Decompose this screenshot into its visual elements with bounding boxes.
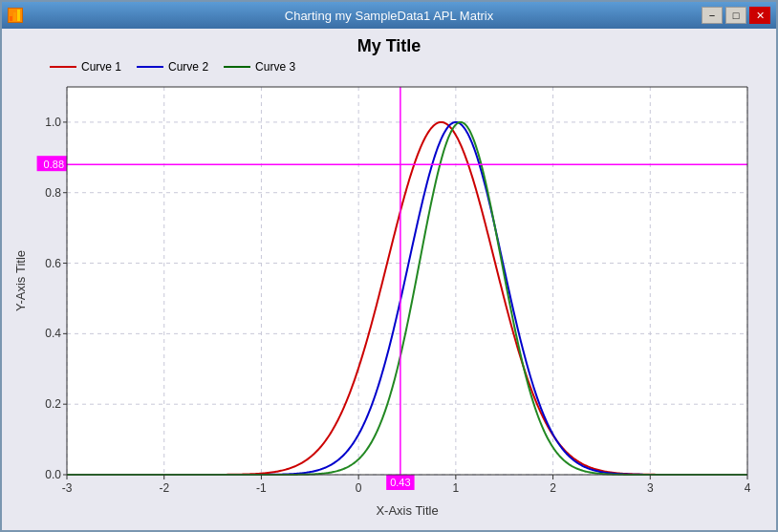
app-icon bbox=[8, 8, 23, 23]
main-window: Charting my SampleData1 APL Matrix − □ ✕… bbox=[0, 0, 778, 532]
title-bar: Charting my SampleData1 APL Matrix − □ ✕ bbox=[2, 2, 776, 29]
title-bar-left bbox=[8, 8, 23, 23]
chart-area: My Title Curve 1 Curve 2 Curve 3 bbox=[2, 29, 776, 530]
legend-item-1: Curve 1 bbox=[50, 60, 121, 74]
legend-label-3: Curve 3 bbox=[255, 60, 295, 74]
legend-item-2: Curve 2 bbox=[137, 60, 208, 74]
window-title: Charting my SampleData1 APL Matrix bbox=[285, 9, 493, 23]
legend-line-1 bbox=[50, 66, 76, 68]
legend-line-2 bbox=[137, 66, 163, 68]
chart-legend: Curve 1 Curve 2 Curve 3 bbox=[50, 60, 767, 74]
chart-canvas-container bbox=[11, 77, 767, 522]
legend-line-3 bbox=[224, 66, 250, 68]
svg-rect-1 bbox=[13, 12, 16, 21]
legend-label-2: Curve 2 bbox=[168, 60, 208, 74]
chart-canvas bbox=[11, 77, 767, 522]
close-button[interactable]: ✕ bbox=[749, 7, 770, 24]
title-bar-buttons: − □ ✕ bbox=[702, 7, 770, 24]
legend-item-3: Curve 3 bbox=[224, 60, 295, 74]
legend-label-1: Curve 1 bbox=[81, 60, 121, 74]
chart-title: My Title bbox=[11, 36, 767, 56]
svg-rect-0 bbox=[10, 16, 12, 21]
minimize-button[interactable]: − bbox=[702, 7, 723, 24]
svg-rect-2 bbox=[17, 10, 20, 21]
maximize-button[interactable]: □ bbox=[725, 7, 746, 24]
